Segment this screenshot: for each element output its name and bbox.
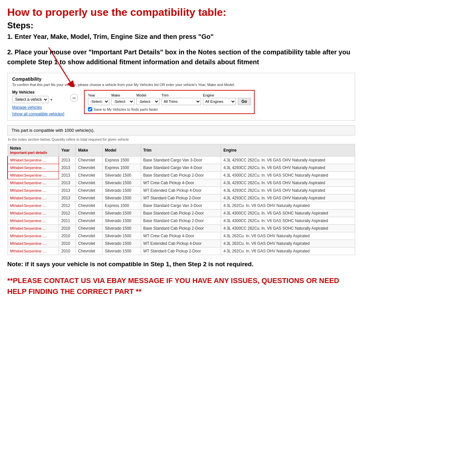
cell-notes: Mfrlabel:Serpentine .... — [8, 232, 59, 240]
cell-notes: Mfrlabel:Serpentine .... — [8, 172, 59, 179]
col-header-important-part: Important part details — [10, 151, 57, 155]
cell-year: 2010 — [59, 247, 76, 255]
year-select[interactable]: -Select- — [88, 98, 109, 105]
step2-text: 2. Place your mouse over "Important Part… — [7, 47, 355, 67]
cell-engine: 4.3L 4300CC 262Cu. In. V6 GAS SOHC Natur… — [221, 210, 355, 217]
go-button[interactable]: Go — [238, 98, 251, 105]
select-vehicle-dropdown[interactable]: Select a vehicle — [12, 96, 48, 103]
my-vehicles-label: My Vehicles — [12, 90, 64, 95]
cell-year: 2013 — [59, 157, 76, 164]
save-checkbox-row: Save to My Vehicles to finds parts faste… — [88, 107, 251, 111]
ymm-fields-row: Year -Select- Make -Select- Model -Selec… — [88, 93, 251, 105]
cell-engine: 4.3L 4300CC 262Cu. In. V6 GAS SOHC Natur… — [221, 172, 355, 179]
cell-engine: 4.3L 262Cu. In. V6 GAS OHV Naturally Asp… — [221, 232, 355, 240]
cell-engine: 4.3L 4293CC 262Cu. In. V6 GAS OHV Natura… — [221, 179, 355, 187]
col-header-year: Year — [59, 144, 76, 157]
cell-make: Chevrolet — [76, 202, 102, 210]
manage-vehicles-link[interactable]: Manage vehicles — [12, 105, 64, 110]
table-row: Mfrlabel:Serpentine .... 2013 Chevrolet … — [8, 172, 355, 179]
make-label: Make — [111, 93, 134, 97]
cell-model: Express 1500 — [102, 157, 141, 164]
col-header-engine: Engine — [221, 144, 355, 157]
cell-year: 2010 — [59, 240, 76, 247]
col-header-trim: Trim — [141, 144, 221, 157]
cell-model: Silverado 1500 — [102, 240, 141, 247]
table-row: Mfrlabel:Serpentine .... 2010 Chevrolet … — [8, 240, 355, 247]
cell-model: Silverado 1500 — [102, 247, 141, 255]
cell-make: Chevrolet — [76, 194, 102, 202]
cell-model: Silverado 1500 — [102, 225, 141, 232]
cell-engine: 4.3L 4300CC 262Cu. In. V6 GAS SOHC Natur… — [221, 225, 355, 232]
cell-model: Express 1500 — [102, 164, 141, 172]
cell-trim: WT Extended Cab Pickup 4-Door — [141, 187, 221, 194]
dropdown-arrow-icon: ▼ — [50, 98, 53, 101]
cell-year: 2013 — [59, 187, 76, 194]
cell-year: 2013 — [59, 179, 76, 187]
cell-trim: Base Standard Cab Pickup 2-Door — [141, 172, 221, 179]
cell-model: Express 1500 — [102, 202, 141, 210]
cell-model: Silverado 1500 — [102, 179, 141, 187]
cell-make: Chevrolet — [76, 232, 102, 240]
cell-trim: Base Standard Cab Pickup 2-Door — [141, 217, 221, 225]
engine-select[interactable]: All Engines — [203, 98, 236, 105]
cell-model: Silverado 1500 — [102, 217, 141, 225]
table-row: Mfrlabel:Serpentine .... 2013 Chevrolet … — [8, 194, 355, 202]
cell-make: Chevrolet — [76, 187, 102, 194]
select-vehicle-row: Select a vehicle ▼ — [12, 96, 64, 103]
cell-notes: Mfrlabel:Serpentine .... — [8, 157, 59, 164]
table-row: Mfrlabel:Serpentine .... 2011 Chevrolet … — [8, 217, 355, 225]
col-header-make: Make — [76, 144, 102, 157]
trim-field: Trim All Trims — [161, 93, 201, 105]
table-row: Mfrlabel:Serpentine .... 2013 Chevrolet … — [8, 157, 355, 164]
cell-year: 2012 — [59, 210, 76, 217]
compatibility-widget: Compatibility To confirm that this part … — [7, 73, 355, 121]
cell-year: 2011 — [59, 217, 76, 225]
step1-text: 1. Enter Year, Make, Model, Trim, Engine… — [7, 32, 355, 41]
table-row: Mfrlabel:Serpentine.... 2013 Chevrolet E… — [8, 164, 355, 172]
model-select[interactable]: -Select- — [136, 98, 159, 105]
year-label: Year — [88, 93, 109, 97]
cell-trim: Base Standard Cab Pickup 2-Door — [141, 210, 221, 217]
cell-make: Chevrolet — [76, 172, 102, 179]
make-select[interactable]: -Select- — [111, 98, 134, 105]
cell-engine: 4.3L 262Cu. In. V6 GAS OHV Naturally Asp… — [221, 202, 355, 210]
table-row: Mfrlabel:Serpentine .... 2010 Chevrolet … — [8, 232, 355, 240]
trim-label: Trim — [161, 93, 201, 97]
cell-trim: Base Standard Cargo Van 3-Door — [141, 202, 221, 210]
cell-year: 2010 — [59, 225, 76, 232]
compat-subtitle: To confirm that this part fits your vehi… — [12, 83, 350, 87]
cell-engine: 4.3L 4293CC 262Cu. In. V6 GAS OHV Natura… — [221, 187, 355, 194]
note-block: Note: if it says your vehicle is not com… — [7, 260, 355, 269]
cell-year: 2012 — [59, 202, 76, 210]
my-vehicles-section: My Vehicles Select a vehicle ▼ Manage ve… — [12, 90, 64, 116]
show-all-compatible-link[interactable]: [show all compatible vehicles] — [12, 112, 64, 116]
table-row: Mfrlabel:Serpentine .... 2013 Chevrolet … — [8, 179, 355, 187]
year-field: Year -Select- — [88, 93, 109, 105]
engine-field: Engine All Engines — [203, 93, 236, 105]
cell-notes: Mfrlabel:Serpentine .... — [8, 179, 59, 187]
save-checkbox[interactable] — [88, 107, 92, 111]
cell-trim: Base Standard Cargo Van 3-Door — [141, 157, 221, 164]
cell-engine: 4.3L 262Cu. In. V6 GAS OHV Naturally Asp… — [221, 247, 355, 255]
cell-notes: Mfrlabel:Serpentine.... — [8, 164, 59, 172]
compatibility-table: Notes Important part details Year Make M… — [7, 144, 355, 255]
trim-select[interactable]: All Trims — [161, 98, 201, 105]
cell-engine: 4.3L 4293CC 262Cu. In. V6 GAS OHV Natura… — [221, 194, 355, 202]
model-field: Model -Select- — [136, 93, 159, 105]
table-row: Mfrlabel:Serpentine .... 2010 Chevrolet … — [8, 225, 355, 232]
cell-notes: Mfrlabel:Serpentine .... — [8, 194, 59, 202]
cell-make: Chevrolet — [76, 217, 102, 225]
table-row: Mfrlabel:Serpentine .... 2013 Chevrolet … — [8, 187, 355, 194]
cell-trim: WT Standard Cab Pickup 2-Door — [141, 247, 221, 255]
cell-make: Chevrolet — [76, 240, 102, 247]
col-header-model: Model — [102, 144, 141, 157]
cell-engine: 4.3L 4293CC 262Cu. In. V6 GAS OHV Natura… — [221, 164, 355, 172]
cell-make: Chevrolet — [76, 210, 102, 217]
cell-trim: WT Crew Cab Pickup 4-Door — [141, 232, 221, 240]
quantity-note: In the notes section below, Quantity ref… — [7, 137, 355, 141]
cell-engine: 4.3L 4300CC 262Cu. In. V6 GAS SOHC Natur… — [221, 217, 355, 225]
steps-heading: Steps: — [7, 20, 355, 31]
cell-model: Silverado 1500 — [102, 172, 141, 179]
cell-make: Chevrolet — [76, 164, 102, 172]
cell-engine: 4.3L 262Cu. In. V6 GAS OHV Naturally Asp… — [221, 240, 355, 247]
